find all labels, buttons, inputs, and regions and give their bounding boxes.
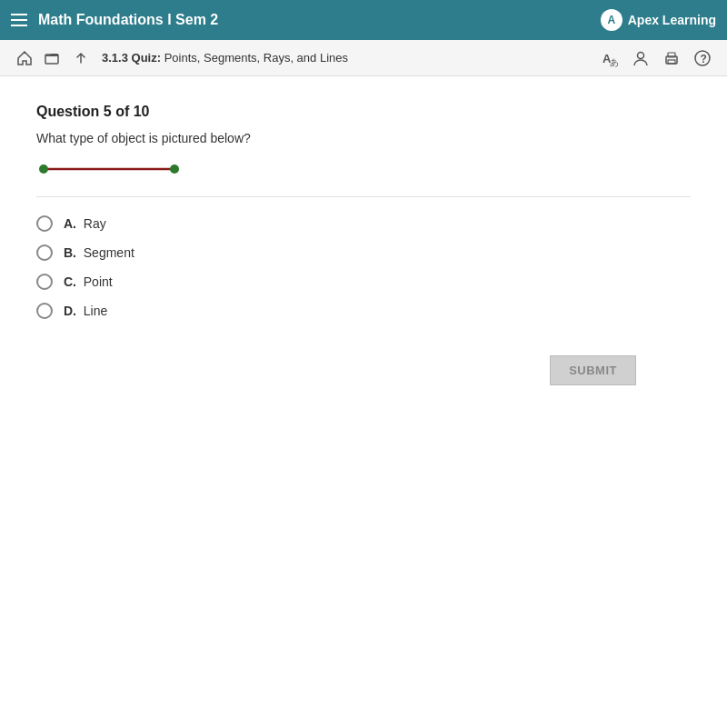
- home-icon[interactable]: [15, 48, 35, 68]
- help-icon[interactable]: ?: [692, 48, 712, 68]
- segment-diagram: [36, 160, 182, 178]
- apex-brand-name: Apex Learning: [628, 13, 716, 27]
- svg-point-3: [638, 52, 644, 58]
- choice-b-text: Segment: [84, 245, 134, 260]
- apex-logo-icon: A: [601, 9, 622, 31]
- breadcrumb-nav-icons: [15, 48, 62, 68]
- top-bar-left: Math Foundations I Sem 2: [11, 12, 218, 28]
- choice-c[interactable]: C. Point: [36, 274, 691, 290]
- svg-text:?: ?: [701, 53, 707, 65]
- radio-d[interactable]: [36, 303, 53, 319]
- top-navigation-bar: Math Foundations I Sem 2 A Apex Learning: [0, 0, 727, 40]
- choice-a-text: Ray: [84, 216, 106, 231]
- radio-b[interactable]: [36, 244, 53, 261]
- submit-button[interactable]: SUBMIT: [550, 355, 636, 385]
- choice-d-text: Line: [84, 304, 107, 318]
- radio-c[interactable]: [36, 274, 53, 290]
- answer-choices: A. Ray B. Segment C. Point D. Line: [36, 215, 691, 319]
- choice-a-label: A. Ray: [64, 216, 106, 231]
- svg-text:あ: あ: [610, 57, 619, 67]
- breadcrumb-right: A あ ?: [600, 48, 712, 68]
- print-icon[interactable]: [662, 48, 682, 68]
- up-nav-icon[interactable]: [71, 48, 91, 68]
- quiz-title: Points, Segments, Rays, and Lines: [164, 51, 348, 65]
- folder-icon[interactable]: [42, 48, 62, 68]
- person-icon[interactable]: [631, 48, 651, 68]
- choice-a[interactable]: A. Ray: [36, 215, 691, 232]
- main-content: Question 5 of 10 What type of object is …: [0, 76, 727, 413]
- breadcrumb-bar: 3.1.3 Quiz: Points, Segments, Rays, and …: [0, 40, 727, 76]
- translate-icon[interactable]: A あ: [600, 48, 620, 68]
- course-title: Math Foundations I Sem 2: [38, 12, 218, 28]
- question-text: What type of object is pictured below?: [36, 131, 691, 145]
- section-number: 3.1.3: [102, 51, 128, 65]
- choice-d-label: D. Line: [64, 304, 107, 318]
- question-header: Question 5 of 10: [36, 104, 691, 120]
- choice-b-label: B. Segment: [64, 245, 134, 260]
- choice-a-letter: A.: [64, 216, 76, 231]
- top-bar-right: A Apex Learning: [601, 9, 716, 31]
- diagram-container: [36, 160, 691, 197]
- apex-logo: A Apex Learning: [601, 9, 716, 31]
- quiz-label: Quiz:: [132, 51, 162, 65]
- choice-c-letter: C.: [64, 274, 76, 289]
- choice-b[interactable]: B. Segment: [36, 244, 691, 261]
- hamburger-menu-icon[interactable]: [11, 14, 27, 26]
- svg-point-11: [170, 165, 179, 174]
- choice-d[interactable]: D. Line: [36, 303, 691, 319]
- choice-c-text: Point: [84, 274, 113, 289]
- choice-b-letter: B.: [64, 245, 76, 260]
- svg-rect-6: [668, 60, 675, 64]
- choice-c-label: C. Point: [64, 274, 113, 289]
- radio-a[interactable]: [36, 215, 53, 232]
- breadcrumb-left: 3.1.3 Quiz: Points, Segments, Rays, and …: [15, 48, 348, 68]
- svg-point-10: [39, 165, 48, 174]
- choice-d-letter: D.: [64, 304, 76, 318]
- submit-area: SUBMIT: [36, 355, 691, 385]
- breadcrumb-path: 3.1.3 Quiz: Points, Segments, Rays, and …: [102, 51, 348, 65]
